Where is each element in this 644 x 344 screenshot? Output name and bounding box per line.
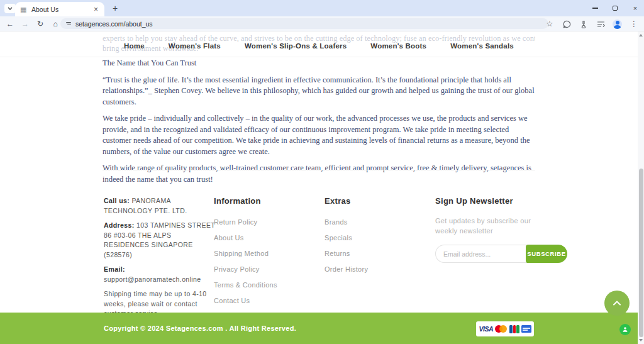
window-maximize-button[interactable]	[610, 3, 620, 13]
article-heading: The Name that You Can Trust	[103, 58, 536, 69]
email-label: Email:	[104, 265, 125, 273]
site-info-icon[interactable]	[66, 22, 71, 25]
address-bar[interactable]: setagences.com/about_us	[60, 18, 548, 29]
footer-link-return-policy[interactable]: Return Policy	[214, 218, 257, 226]
article-paragraph: We take pride – individually and collect…	[103, 113, 536, 157]
new-tab-button[interactable]: +	[109, 3, 121, 14]
footer-contact-column: Call us: PANORAMA TECHNOLOGY PTE. LTD. A…	[104, 196, 216, 324]
forward-button[interactable]: →	[18, 19, 33, 28]
contact-address-line: Address: 103 TAMPINES STREET 86 #03-06 T…	[104, 221, 216, 260]
site-favicon-icon: ▦	[20, 6, 28, 13]
window-controls: ×	[590, 0, 640, 16]
scroll-to-top-button[interactable]	[604, 291, 630, 316]
footer-divider	[103, 170, 535, 170]
newsletter-form: SUBSCRIBE	[435, 245, 567, 263]
tab-strip: ▦ About Us × + ×	[0, 0, 644, 16]
information-links: Return Policy About Us Shipping Method P…	[214, 216, 308, 306]
list-item: Privacy Policy	[214, 263, 308, 274]
reload-button[interactable]: ↻	[33, 19, 48, 28]
scrollbar-thumb[interactable]	[639, 169, 643, 337]
lines-icon	[597, 21, 605, 28]
list-item: Shipping Method	[214, 247, 308, 258]
chevron-down-icon	[8, 7, 13, 10]
url-text[interactable]: setagences.com/about_us	[75, 20, 153, 28]
menu-kebab-icon[interactable]: ⋮	[629, 19, 639, 29]
newsletter-heading: Sign Up Newsletter	[435, 196, 569, 206]
nav-divider	[0, 57, 638, 57]
list-item: About Us	[214, 231, 308, 243]
nav-item-womens-slipons-loafers[interactable]: Women's Slip-Ons & Loafers	[245, 42, 347, 50]
tab-search-button[interactable]	[4, 4, 16, 13]
minimize-icon	[592, 8, 598, 9]
extensions-icon[interactable]	[562, 19, 572, 29]
window-close-button[interactable]: ×	[630, 3, 640, 13]
chat-support-button[interactable]	[619, 324, 631, 335]
browser-tab-about-us[interactable]: ▦ About Us ×	[15, 2, 104, 16]
main-navigation: Home Women's Flats Women's Slip-Ons & Lo…	[0, 35, 638, 57]
list-item: Order History	[325, 263, 406, 274]
article-paragraph: With wide range of quality products, wel…	[103, 163, 536, 185]
payment-methods-strip: VISA	[476, 321, 534, 336]
footer-link-about-us[interactable]: About Us	[214, 234, 244, 241]
scrollbar-down-arrow-icon[interactable]	[639, 339, 643, 341]
list-item: Specials	[325, 231, 406, 243]
list-item: Contact Us	[214, 294, 308, 306]
newsletter-description: Get updates by subscribe our weekly news…	[435, 216, 548, 236]
information-heading: Information	[214, 196, 308, 206]
contact-email-line: Email: support@panoramatech.online	[104, 265, 216, 284]
list-item: Brands	[325, 216, 406, 227]
nav-item-womens-sandals[interactable]: Women's Sandals	[450, 42, 514, 50]
contact-call-line: Call us: PANORAMA TECHNOLOGY PTE. LTD.	[104, 196, 216, 216]
webpage-viewport: experts to help you stay ahead of the cu…	[0, 31, 638, 344]
footer-link-brands[interactable]: Brands	[325, 218, 348, 226]
scrollbar-up-arrow-icon[interactable]	[639, 34, 643, 36]
nav-item-womens-boots[interactable]: Women's Boots	[370, 42, 426, 50]
footer-link-terms-conditions[interactable]: Terms & Conditions	[214, 281, 277, 289]
labs-flask-icon[interactable]	[579, 19, 589, 29]
nav-item-home[interactable]: Home	[124, 42, 145, 50]
bookmark-star-icon[interactable]: ☆	[545, 19, 555, 29]
mastercard-logo	[495, 325, 508, 333]
reading-list-icon[interactable]	[596, 19, 606, 29]
list-item: Returns	[325, 247, 406, 258]
tab-close-icon[interactable]: ×	[92, 5, 99, 14]
about-us-article: The Name that You Can Trust “Trust is th…	[103, 58, 536, 191]
profile-avatar[interactable]	[613, 19, 622, 29]
tab-title: About Us	[31, 6, 92, 13]
visa-logo: VISA	[479, 325, 493, 333]
address-label: Address:	[104, 221, 135, 229]
extras-heading: Extras	[325, 196, 406, 206]
footer-link-contact-us[interactable]: Contact Us	[214, 297, 250, 304]
footer-link-shipping-method[interactable]: Shipping Method	[214, 250, 269, 257]
back-button[interactable]: ←	[3, 19, 18, 28]
maximize-icon	[613, 6, 618, 11]
support-person-icon	[622, 326, 628, 333]
extras-links: Brands Specials Returns Order History	[325, 216, 406, 274]
footer-link-order-history[interactable]: Order History	[325, 265, 368, 273]
footer-information-column: Information Return Policy About Us Shipp…	[214, 196, 308, 310]
flask-icon	[580, 20, 587, 28]
article-paragraph: “Trust is the glue of life. It’s the mos…	[103, 75, 536, 108]
window-minimize-button[interactable]	[590, 3, 600, 13]
page-scrollbar[interactable]	[638, 31, 644, 344]
footer-newsletter-column: Sign Up Newsletter Get updates by subscr…	[435, 196, 569, 263]
amex-logo	[521, 325, 531, 333]
footer-link-returns[interactable]: Returns	[325, 250, 350, 257]
newsletter-email-input[interactable]	[435, 245, 531, 263]
browser-toolbar: ← → ↻ ⌂ setagences.com/about_us ☆ ⋮	[0, 16, 644, 31]
speech-bubble-icon	[563, 20, 571, 28]
footer-link-specials[interactable]: Specials	[325, 234, 352, 241]
list-item: Return Policy	[214, 216, 308, 227]
footer-link-privacy-policy[interactable]: Privacy Policy	[214, 265, 260, 273]
subscribe-button[interactable]: SUBSCRIBE	[526, 245, 567, 263]
nav-item-womens-flats[interactable]: Women's Flats	[169, 42, 221, 50]
copyright-text: Copyright © 2024 Setagences.com . All Ri…	[104, 325, 296, 332]
chevron-up-icon	[613, 301, 621, 306]
footer-extras-column: Extras Brands Specials Returns Order His…	[325, 196, 406, 279]
email-value[interactable]: support@panoramatech.online	[104, 275, 201, 283]
list-item: Terms & Conditions	[214, 279, 308, 290]
browser-window: ▦ About Us × + × ← → ↻ ⌂ setagences.com/…	[0, 0, 644, 344]
toolbar-icons: ☆ ⋮	[545, 16, 639, 31]
bottom-bar: Copyright © 2024 Setagences.com . All Ri…	[0, 313, 638, 344]
call-us-label: Call us:	[104, 197, 130, 204]
